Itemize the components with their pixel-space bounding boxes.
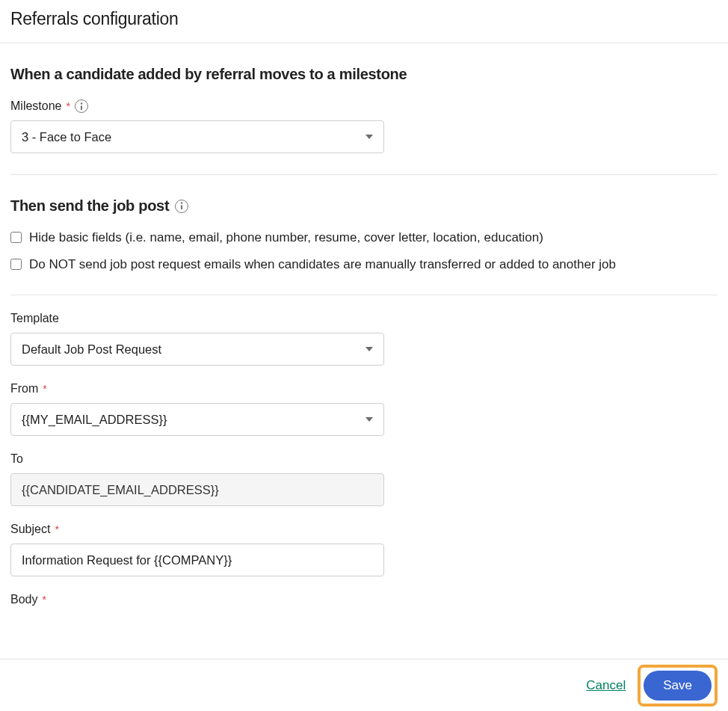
cancel-button[interactable]: Cancel (586, 678, 626, 693)
from-select-value: {{MY_EMAIL_ADDRESS}} (22, 413, 167, 427)
chevron-down-icon (365, 135, 373, 139)
svg-rect-1 (81, 105, 82, 110)
body-label: Body * (10, 593, 718, 606)
checkbox-hide-fields-label: Hide basic fields (i.e. name, email, pho… (29, 228, 543, 247)
from-label-text: From (10, 382, 38, 395)
field-template: Template Default Job Post Request (10, 312, 718, 366)
field-body: Body * (10, 593, 718, 606)
subject-input-value: Information Request for {{COMPANY}} (22, 553, 232, 567)
svg-rect-3 (181, 205, 182, 209)
field-from: From * {{MY_EMAIL_ADDRESS}} (10, 382, 718, 436)
field-to: To {{CANDIDATE_EMAIL_ADDRESS}} (10, 452, 718, 506)
page-title: Referrals configuration (10, 9, 718, 29)
svg-point-2 (181, 202, 183, 204)
divider (10, 295, 718, 295)
chevron-down-icon (365, 417, 373, 422)
field-subject: Subject * Information Request for {{COMP… (10, 523, 718, 576)
from-label: From * (10, 382, 718, 395)
from-select[interactable]: {{MY_EMAIL_ADDRESS}} (10, 403, 384, 436)
checkbox-hide-fields-input[interactable] (10, 232, 22, 243)
save-button[interactable]: Save (644, 671, 712, 701)
info-icon[interactable] (75, 99, 88, 113)
subject-label: Subject * (10, 523, 718, 536)
section-milestone-title: When a candidate added by referral moves… (10, 66, 718, 83)
required-asterisk: * (55, 523, 58, 535)
milestone-label-text: Milestone (10, 99, 61, 113)
footer-bar: Cancel Save (0, 659, 728, 711)
chevron-down-icon (365, 347, 373, 351)
checkbox-no-send-label: Do NOT send job post request emails when… (29, 255, 616, 274)
save-button-highlight: Save (638, 665, 718, 707)
required-asterisk: * (66, 100, 70, 112)
required-asterisk: * (42, 594, 46, 606)
section-jobpost-title-text: Then send the job post (10, 197, 169, 215)
divider (10, 174, 718, 175)
template-label-text: Template (10, 312, 59, 325)
checkbox-hide-fields[interactable]: Hide basic fields (i.e. name, email, pho… (10, 228, 718, 247)
milestone-label: Milestone * (10, 99, 718, 113)
template-select-value: Default Job Post Request (22, 342, 161, 357)
section-jobpost-title: Then send the job post (10, 197, 718, 215)
field-milestone: Milestone * 3 - Face to Face (10, 99, 718, 153)
svg-point-0 (81, 102, 83, 105)
checkbox-no-send-input[interactable] (10, 259, 22, 270)
required-asterisk: * (43, 383, 46, 395)
body-label-text: Body (10, 593, 37, 606)
to-label-text: To (10, 452, 23, 466)
to-label: To (10, 452, 718, 466)
page-header: Referrals configuration (0, 0, 728, 43)
to-input: {{CANDIDATE_EMAIL_ADDRESS}} (10, 473, 384, 506)
main-content: When a candidate added by referral moves… (0, 66, 728, 606)
milestone-select-value: 3 - Face to Face (22, 130, 111, 144)
checkbox-no-send[interactable]: Do NOT send job post request emails when… (10, 255, 718, 274)
subject-input[interactable]: Information Request for {{COMPANY}} (10, 544, 384, 576)
milestone-select[interactable]: 3 - Face to Face (10, 120, 384, 153)
subject-label-text: Subject (10, 523, 50, 536)
template-select[interactable]: Default Job Post Request (10, 333, 384, 366)
section-milestone-title-text: When a candidate added by referral moves… (10, 66, 407, 83)
template-label: Template (10, 312, 718, 325)
info-icon[interactable] (175, 200, 188, 213)
to-input-value: {{CANDIDATE_EMAIL_ADDRESS}} (22, 483, 219, 497)
